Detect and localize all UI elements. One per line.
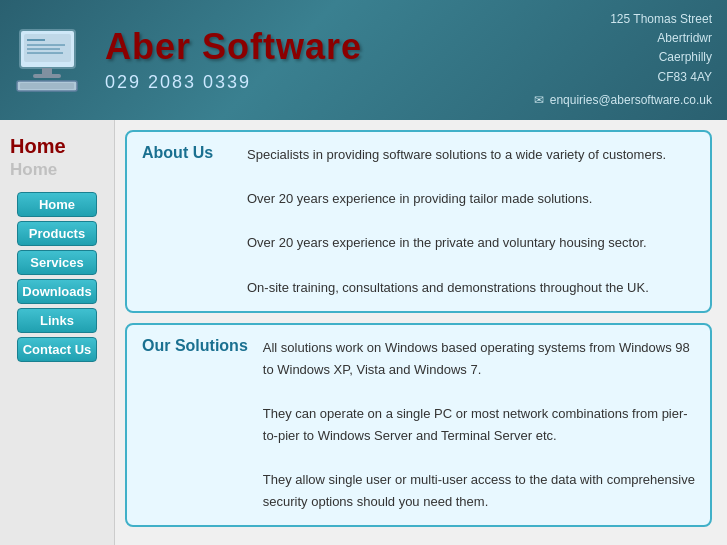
- address-line3: Caerphilly: [534, 48, 712, 67]
- site-header: Aber Software 029 2083 0339 125 Thomas S…: [0, 0, 727, 120]
- address-line4: CF83 4AY: [534, 68, 712, 87]
- solutions-line3: They allow single user or multi-user acc…: [263, 469, 695, 513]
- about-us-box: About Us Specialists in providing softwa…: [125, 130, 712, 313]
- site-title: Aber Software: [105, 26, 362, 68]
- header-left: Aber Software 029 2083 0339: [15, 25, 362, 95]
- nav-services-button[interactable]: Services: [17, 250, 97, 275]
- phone-number: 029 2083 0339: [105, 72, 362, 93]
- email-icon: ✉: [534, 91, 544, 110]
- nav-downloads-button[interactable]: Downloads: [17, 279, 97, 304]
- header-email-row: ✉ enquiries@abersoftware.co.uk: [534, 91, 712, 110]
- about-us-text: Specialists in providing software soluti…: [247, 144, 695, 299]
- solutions-line2: They can operate on a single PC or most …: [263, 403, 695, 447]
- header-address: 125 Thomas Street Abertridwr Caerphilly …: [534, 10, 712, 110]
- address-line2: Abertridwr: [534, 29, 712, 48]
- nav-contact-button[interactable]: Contact Us: [17, 337, 97, 362]
- about-us-heading: About Us: [142, 144, 232, 299]
- svg-rect-9: [20, 83, 74, 89]
- about-us-line4: On-site training, consultations and demo…: [247, 277, 695, 299]
- site-name-part1: Aber: [105, 26, 202, 67]
- our-solutions-text: All solutions work on Windows based oper…: [263, 337, 695, 514]
- nav-home-button[interactable]: Home: [17, 192, 97, 217]
- address-line1: 125 Thomas Street: [534, 10, 712, 29]
- sidebar: Home Home Home Products Services Downloa…: [0, 120, 115, 545]
- svg-rect-6: [42, 68, 52, 74]
- our-solutions-box: Our Solutions All solutions work on Wind…: [125, 323, 712, 528]
- nav-links-button[interactable]: Links: [17, 308, 97, 333]
- content-area: About Us Specialists in providing softwa…: [115, 120, 727, 545]
- page-heading: Home: [10, 135, 104, 158]
- main-wrapper: Home Home Home Products Services Downloa…: [0, 120, 727, 545]
- about-us-line1: Specialists in providing software soluti…: [247, 144, 695, 166]
- nav-products-button[interactable]: Products: [17, 221, 97, 246]
- header-title-block: Aber Software 029 2083 0339: [105, 26, 362, 93]
- nav-buttons: Home Products Services Downloads Links C…: [0, 192, 114, 362]
- email-link[interactable]: enquiries@abersoftware.co.uk: [550, 91, 712, 110]
- svg-rect-7: [33, 74, 61, 78]
- svg-rect-1: [24, 34, 71, 62]
- solutions-line1: All solutions work on Windows based oper…: [263, 337, 695, 381]
- logo-computer-icon: [15, 25, 90, 95]
- about-us-line3: Over 20 years experience in the private …: [247, 232, 695, 254]
- page-heading-faded: Home: [10, 160, 104, 180]
- about-us-line2: Over 20 years experience in providing ta…: [247, 188, 695, 210]
- page-heading-area: Home Home: [0, 130, 114, 182]
- our-solutions-heading: Our Solutions: [142, 337, 248, 514]
- site-name-part2: Software: [202, 26, 362, 67]
